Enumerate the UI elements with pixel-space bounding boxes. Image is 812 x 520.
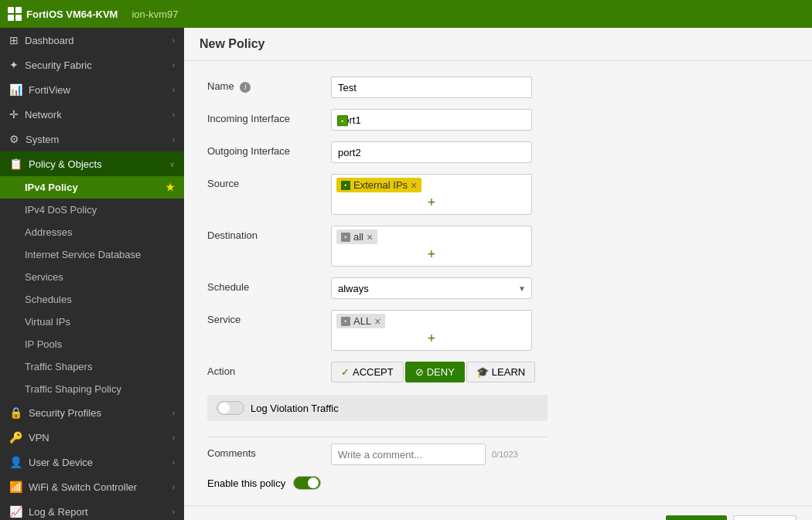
destination-tags: ▪ all × [336,229,527,244]
service-add-button[interactable]: + [423,330,441,347]
action-learn-button[interactable]: 🎓 LEARN [466,362,535,382]
sidebar-item-wifi-switch[interactable]: 📶 WiFi & Switch Controller › [0,474,184,499]
sidebar-label-user-device: User & Device [29,457,172,468]
log-violation-toggle[interactable] [217,401,244,415]
sidebar-item-user-device[interactable]: 👤 User & Device › [0,450,184,474]
destination-label: Destination [207,226,331,241]
ok-button[interactable]: OK [666,515,727,520]
service-row: Service ▪ ALL × + [207,310,789,351]
chevron-icon: › [172,110,175,119]
incoming-row: Incoming Interface port1 ▪ [207,109,789,131]
service-tag-icon: ▪ [341,317,350,326]
cancel-button[interactable]: Cancel [733,515,797,520]
incoming-select[interactable]: port1 [331,109,532,131]
dashboard-icon: ⊞ [9,34,19,46]
name-input[interactable] [331,76,532,98]
learn-icon: 🎓 [476,366,489,378]
enable-toggle-knob [308,478,319,488]
learn-label: LEARN [492,366,525,378]
source-container: ▪ External IPs × + [331,174,532,215]
sidebar-item-traffic-shaping-policy[interactable]: Traffic Shaping Policy [0,378,184,400]
system-icon: ⚙ [9,133,19,145]
security-profiles-icon: 🔒 [9,406,22,419]
form-area: Name i Incoming Interface port1 ▪ [184,61,812,505]
name-row: Name i [207,76,789,98]
service-add-row: + [336,330,527,347]
page-title: New Policy [184,28,812,61]
sidebar-item-addresses[interactable]: Addresses [0,221,184,243]
info-icon[interactable]: i [240,82,251,93]
sidebar-item-vpn[interactable]: 🔑 VPN › [0,425,184,450]
sidebar-label-network: Network [25,109,172,121]
sidebar-item-internet-service-db[interactable]: Internet Service Database [0,243,184,266]
dest-tag-label: all [353,231,363,243]
accept-check-icon: ✓ [341,366,350,378]
destination-container: ▪ all × + [331,226,532,267]
policy-icon: 📋 [9,158,22,170]
sidebar-item-security-profiles[interactable]: 🔒 Security Profiles › [0,400,184,425]
log-violation-row: Log Violation Traffic [207,395,548,421]
sidebar-item-security-fabric[interactable]: ✦ Security Fabric › [0,53,184,77]
incoming-select-wrapper: port1 ▪ [331,109,540,131]
action-accept-button[interactable]: ✓ ACCEPT [331,362,404,382]
schedule-row: Schedule always [207,277,789,299]
outgoing-select[interactable]: port2 [331,141,532,163]
dest-add-row: + [336,246,527,263]
source-tag-label: External IPs [353,179,408,191]
source-row: Source ▪ External IPs × + [207,174,789,215]
source-tags: ▪ External IPs × [336,178,527,192]
chevron-icon: › [172,36,175,45]
service-label: Service [207,310,331,325]
sidebar-item-ipv4-dos[interactable]: IPv4 DoS Policy [0,199,184,221]
sidebar-item-services[interactable]: Services [0,266,184,288]
source-add-button[interactable]: + [423,194,441,211]
sidebar-item-traffic-shapers[interactable]: Traffic Shapers [0,355,184,378]
sidebar-item-ip-pools[interactable]: IP Pools [0,333,184,355]
accept-label: ACCEPT [353,366,394,378]
sidebar-label-log: Log & Report [29,506,172,518]
sidebar-item-schedules[interactable]: Schedules [0,288,184,311]
chevron-icon: › [172,433,175,442]
sidebar-item-log-report[interactable]: 📈 Log & Report › [0,499,184,520]
action-deny-button[interactable]: ⊘ DENY [405,362,465,382]
outgoing-label: Outgoing Interface [207,141,331,157]
sidebar-item-dashboard[interactable]: ⊞ Dashboard › [0,28,184,53]
chevron-icon: › [172,86,175,94]
outgoing-select-wrapper: port2 [331,141,540,163]
source-add-row: + [336,194,527,211]
fortiview-icon: 📊 [9,83,22,96]
comments-input[interactable] [331,444,486,465]
chevron-icon: › [172,458,175,467]
sidebar-item-fortiview[interactable]: 📊 FortiView › [0,77,184,102]
sidebar-item-virtual-ips[interactable]: Virtual IPs [0,311,184,333]
destination-tag-all: ▪ all × [336,229,377,244]
sidebar: ⊞ Dashboard › ✦ Security Fabric › 📊 Fort… [0,28,184,520]
comments-label: Comments [207,444,331,459]
source-tag-remove[interactable]: × [411,180,417,191]
sidebar-item-system[interactable]: ⚙ System › [0,127,184,151]
security-fabric-icon: ✦ [9,59,19,71]
incoming-label: Incoming Interface [207,109,331,124]
source-label: Source [207,174,331,189]
sidebar-label-vpn: VPN [29,432,172,444]
service-tag-all: ▪ ALL × [336,314,385,328]
network-icon: ✛ [9,108,19,121]
sidebar-item-network[interactable]: ✛ Network › [0,102,184,127]
sidebar-label-security-profiles: Security Profiles [29,407,172,419]
star-icon: ★ [165,182,175,193]
chevron-icon: › [172,409,175,417]
service-tag-remove[interactable]: × [374,316,380,327]
user-device-icon: 👤 [9,456,22,468]
chevron-down-icon: ∨ [169,160,175,168]
dest-add-button[interactable]: + [423,246,441,263]
dest-tag-icon: ▪ [341,233,350,242]
enable-policy-toggle[interactable] [293,476,321,490]
sidebar-label-security-fabric: Security Fabric [25,59,172,71]
schedule-select[interactable]: always [331,277,532,299]
service-tag-label: ALL [353,315,371,327]
dest-tag-remove[interactable]: × [367,232,373,243]
sidebar-item-policy-objects[interactable]: 📋 Policy & Objects ∨ [0,151,184,176]
app-logo: FortiOS VM64-KVM [8,7,118,21]
chevron-icon: › [172,483,175,491]
sidebar-item-ipv4-policy[interactable]: IPv4 Policy ★ [0,176,184,199]
